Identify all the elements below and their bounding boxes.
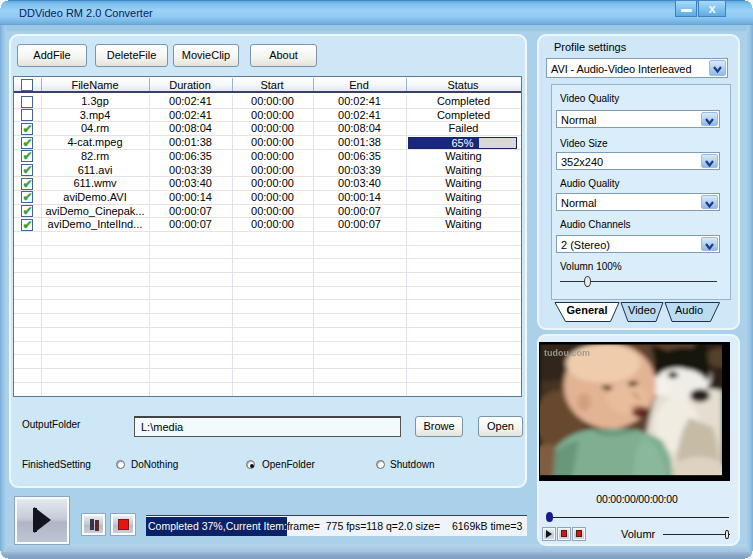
svg-text:tudou.com: tudou.com	[544, 348, 590, 358]
